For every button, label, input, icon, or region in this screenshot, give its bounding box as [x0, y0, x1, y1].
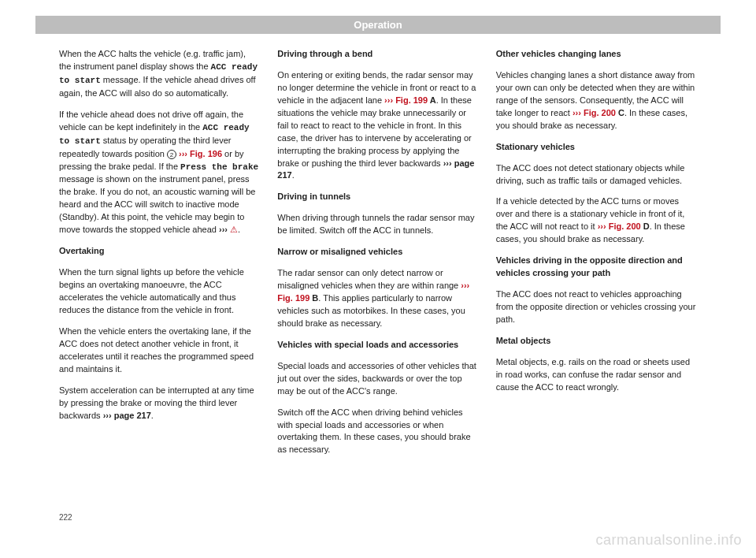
column-2: Driving through a bend On entering or ex… [277, 48, 478, 465]
page-header: Operation [35, 16, 721, 34]
text: System acceleration can be interrupted a… [59, 385, 254, 420]
paragraph: The radar sensor can only detect narrow … [277, 267, 478, 330]
paragraph: Vehicles changing lanes a short distance… [496, 69, 697, 132]
figure-reference: ››› Fig. 200 [573, 108, 616, 117]
subheading: Overtaking [59, 245, 260, 258]
column-3: Other vehicles changing lanes Vehicles c… [496, 48, 697, 465]
subheading: Driving in tunnels [277, 191, 478, 203]
paragraph: If the vehicle ahead does not drive off … [59, 109, 260, 237]
figure-reference: ››› Fig. 200 [598, 221, 641, 231]
figure-letter: A [428, 95, 436, 105]
figure-letter: B [309, 293, 318, 303]
cross-ref: ››› [219, 225, 228, 234]
subheading: Driving through a bend [277, 48, 478, 61]
subheading: Narrow or misaligned vehicles [277, 246, 478, 259]
paragraph: When driving through tunnels the radar s… [277, 212, 478, 237]
page-reference: ››› page 217 [103, 411, 151, 420]
paragraph: If a vehicle detected by the ACC turns o… [496, 195, 697, 246]
subheading: Other vehicles changing lanes [496, 48, 697, 61]
text: . [151, 411, 154, 420]
position-circle-icon: 2 [167, 150, 176, 159]
subheading: Stationary vehicles [496, 141, 697, 154]
text: . In these situations the vehicle may br… [277, 95, 472, 168]
warning-triangle-icon: ⚠ [230, 224, 238, 236]
text: . [238, 225, 240, 234]
subheading: Metal objects [496, 335, 697, 348]
paragraph: The ACC does not react to vehicles appro… [496, 288, 697, 326]
subheading: Vehicles with special loads and accessor… [277, 339, 478, 352]
figure-letter: D [641, 221, 650, 231]
paragraph: The ACC does not detect stationary objec… [496, 162, 697, 188]
paragraph: Special loads and accessories of other v… [277, 360, 478, 398]
text: . [292, 170, 295, 180]
content-columns: When the ACC halts the vehicle (e.g. tra… [35, 48, 721, 465]
figure-reference: ››› Fig. 196 [179, 149, 222, 158]
paragraph: On entering or exiting bends, the radar … [277, 69, 478, 182]
manual-page: Operation When the ACC halts the vehicle… [35, 16, 721, 520]
paragraph: System acceleration can be interrupted a… [59, 385, 260, 422]
text: The radar sensor can only detect narrow … [277, 268, 461, 290]
paragraph: When the ACC halts the vehicle (e.g. tra… [59, 48, 260, 100]
figure-letter: C [616, 108, 624, 117]
display-message: Press the brake [180, 162, 258, 172]
paragraph: When the vehicle enters the overtaking l… [59, 326, 260, 376]
watermark: carmanualsonline.info [595, 532, 742, 549]
paragraph: When the turn signal lights up before th… [59, 266, 260, 317]
figure-reference: ››› Fig. 199 [384, 95, 428, 105]
column-1: When the ACC halts the vehicle (e.g. tra… [59, 48, 260, 465]
paragraph: Switch off the ACC when driving behind v… [277, 407, 478, 457]
page-number: 222 [59, 513, 72, 522]
subheading: Vehicles driving in the opposite directi… [496, 255, 697, 280]
paragraph: Metal objects, e.g. rails on the road or… [496, 356, 697, 394]
